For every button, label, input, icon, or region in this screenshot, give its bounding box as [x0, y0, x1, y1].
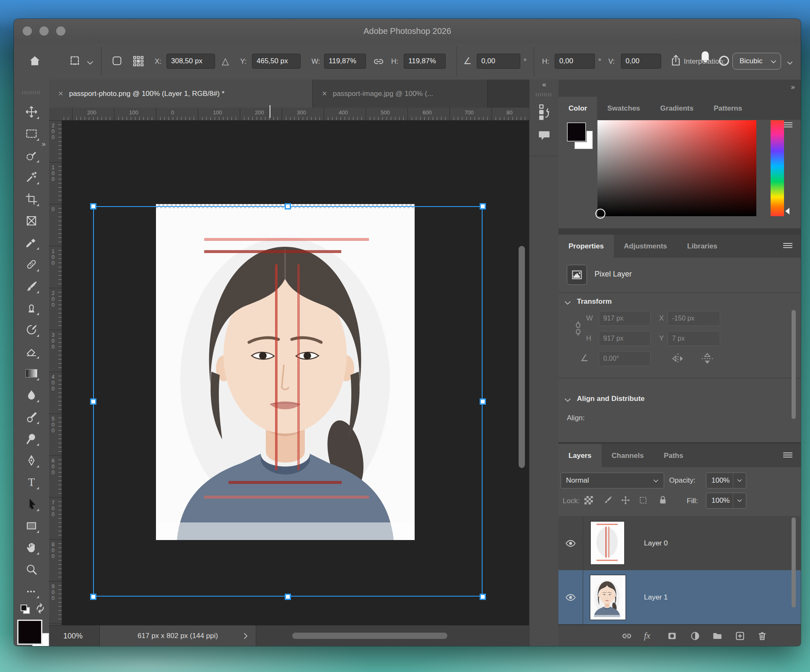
toolbar-grip[interactable]	[22, 91, 41, 94]
canvas-vertical-scrollbar[interactable]	[519, 246, 525, 468]
close-tab-icon[interactable]: ×	[322, 89, 327, 98]
panel-menu-icon[interactable]	[783, 243, 792, 249]
flip-vertical-icon[interactable]	[700, 352, 714, 365]
lock-position-icon[interactable]	[620, 495, 631, 505]
width-scale-field[interactable]: 119,87%	[324, 54, 366, 69]
layer-thumbnail[interactable]	[590, 575, 626, 620]
healing-brush-tool[interactable]	[23, 256, 40, 273]
link-dimensions-icon[interactable]	[373, 56, 384, 69]
lock-transparency-icon[interactable]	[584, 496, 593, 504]
rectangle-tool[interactable]	[23, 517, 40, 534]
crop-tool[interactable]	[23, 191, 40, 207]
tab-adjustments[interactable]: Adjustments	[614, 235, 677, 258]
history-brush-tool[interactable]	[23, 321, 40, 338]
brush-tool[interactable]	[23, 278, 40, 295]
x-position-field[interactable]: 308,50 px	[166, 54, 215, 69]
foreground-color-well[interactable]	[567, 122, 586, 142]
toggle-reference-point-icon[interactable]	[111, 55, 123, 68]
transform-handle-top-right[interactable]	[480, 203, 486, 209]
transform-width-field[interactable]: 917 px	[599, 311, 651, 326]
fill-chevron-icon[interactable]	[733, 493, 746, 508]
tab-swatches[interactable]: Swatches	[597, 97, 650, 120]
tab-gradients[interactable]: Gradients	[650, 97, 704, 120]
flip-horizontal-icon[interactable]	[671, 352, 685, 365]
interpolation-select[interactable]: Bicubic	[732, 53, 781, 70]
add-layer-mask-icon[interactable]	[667, 631, 678, 641]
default-colors-icon[interactable]	[19, 603, 31, 617]
layer-visibility-toggle[interactable]	[558, 516, 583, 570]
transform-handle-top-center[interactable]	[285, 203, 291, 209]
home-icon[interactable]	[28, 54, 42, 69]
transform-handle-bottom-center[interactable]	[285, 594, 291, 600]
lock-artboard-icon[interactable]	[638, 495, 648, 505]
gradient-tool[interactable]	[23, 365, 40, 382]
tab-paths[interactable]: Paths	[654, 444, 693, 467]
frame-tool[interactable]	[23, 212, 40, 229]
tool-preset-chevron-icon[interactable]	[87, 59, 93, 67]
layer-row-layer1-selected[interactable]: Layer 1	[558, 570, 801, 625]
swap-colors-icon[interactable]	[34, 602, 47, 616]
transform-bounding-box[interactable]	[93, 206, 483, 597]
y-position-field[interactable]: 465,50 px	[252, 54, 301, 69]
rotate-field[interactable]: 0,00	[477, 54, 520, 69]
comments-icon[interactable]	[537, 129, 551, 144]
mixer-brush-tool[interactable]	[23, 408, 40, 425]
lock-pixels-icon[interactable]	[603, 495, 613, 505]
tab-passport-image[interactable]: × passport-image.jpg @ 100% (...	[313, 80, 488, 108]
tab-properties[interactable]: Properties	[558, 235, 614, 258]
toolbar-expand-icon[interactable]: »	[42, 140, 45, 148]
section-chevron-icon[interactable]	[564, 398, 571, 402]
layer-visibility-toggle[interactable]	[558, 570, 583, 624]
layers-scrollbar[interactable]	[792, 517, 796, 607]
transform-rotate-field[interactable]: 0,00°	[599, 351, 651, 366]
close-tab-icon[interactable]: ×	[58, 89, 63, 98]
hand-tool[interactable]	[23, 539, 40, 556]
color-field[interactable]	[597, 120, 756, 216]
dodge-tool[interactable]	[23, 430, 40, 447]
collapse-panels-icon[interactable]: «	[530, 80, 559, 89]
transform-y-field[interactable]: 7 px	[667, 331, 720, 346]
layer-name[interactable]: Layer 1	[644, 570, 668, 624]
magic-wand-tool[interactable]	[23, 169, 40, 186]
share-icon[interactable]	[670, 54, 682, 68]
transform-handle-bottom-right[interactable]	[480, 594, 486, 600]
expand-panels-icon[interactable]: »	[791, 83, 794, 91]
transform-handle-middle-right[interactable]	[480, 398, 486, 405]
tab-patterns[interactable]: Patterns	[704, 97, 752, 120]
document-info[interactable]: 617 px x 802 px (144 ppi)	[99, 625, 256, 646]
tab-passport-photo[interactable]: × passport-photo.png @ 100% (Layer 1, RG…	[49, 80, 313, 108]
vertical-ruler[interactable]: 200 100 0 100 200 300 400 500 600 700 80…	[49, 120, 62, 625]
zoom-tool[interactable]	[23, 561, 40, 578]
layer-row-layer0[interactable]: Layer 0	[558, 516, 801, 571]
path-selection-tool[interactable]	[23, 496, 40, 512]
shear-h-field[interactable]: 0,00	[555, 54, 595, 69]
align-section-title[interactable]: Align and Distribute	[577, 395, 645, 403]
foreground-color-swatch[interactable]	[17, 620, 42, 645]
transform-x-field[interactable]: -150 px	[667, 311, 720, 326]
eraser-tool[interactable]	[23, 343, 40, 360]
fill-value-box[interactable]: 100%	[706, 493, 746, 509]
zoom-level[interactable]: 100%	[63, 625, 83, 646]
panel-menu-icon[interactable]	[783, 452, 792, 459]
properties-scrollbar[interactable]	[792, 310, 796, 419]
panel-menu-icon[interactable]	[783, 122, 792, 129]
new-layer-icon[interactable]	[735, 631, 745, 641]
tab-libraries[interactable]: Libraries	[677, 235, 727, 258]
opacity-chevron-icon[interactable]	[733, 473, 746, 488]
shear-v-field[interactable]: 0,00	[621, 54, 661, 69]
pen-tool[interactable]	[23, 452, 40, 469]
new-adjustment-layer-icon[interactable]	[690, 631, 701, 641]
horizontal-ruler[interactable]: 200 100 0 100 200 300 400 500 600 700 80	[62, 108, 558, 121]
lock-all-icon[interactable]	[657, 494, 668, 505]
version-history-icon[interactable]	[537, 103, 551, 124]
relative-position-delta-icon[interactable]: △	[222, 56, 229, 67]
move-tool[interactable]	[23, 103, 40, 120]
layer-effects-icon[interactable]: fx	[644, 631, 650, 641]
transform-section-title[interactable]: Transform	[577, 297, 612, 306]
options-overflow-chevron-icon[interactable]	[787, 59, 793, 67]
selection-brush-tool[interactable]	[23, 147, 40, 164]
hue-slider-marker[interactable]	[785, 208, 789, 215]
reference-point-grid-icon[interactable]	[132, 55, 145, 69]
clone-stamp-tool[interactable]	[23, 300, 40, 316]
blend-mode-select[interactable]: Normal	[561, 473, 664, 488]
